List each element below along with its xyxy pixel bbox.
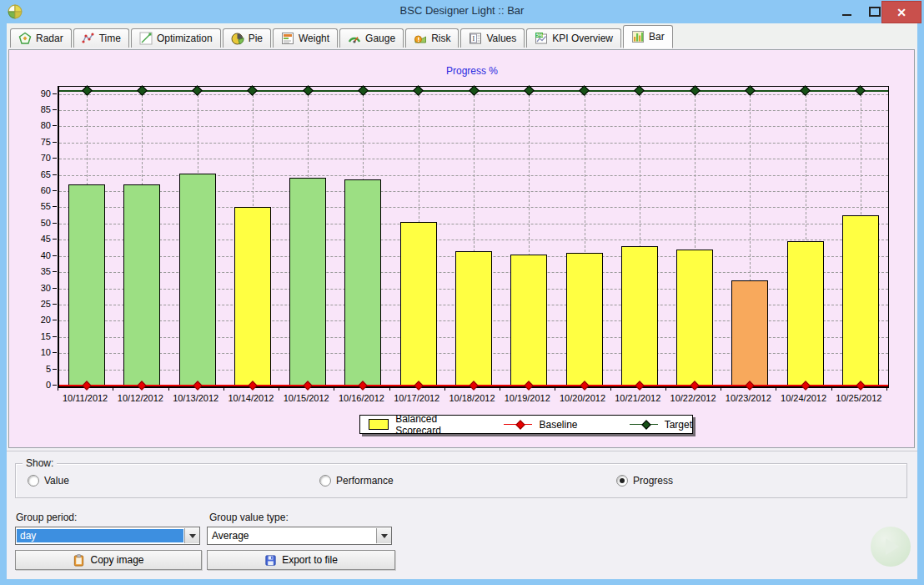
bar-10/11/2012 xyxy=(68,184,105,386)
chevron-down-icon xyxy=(189,534,196,538)
button-label: Copy image xyxy=(90,554,143,566)
legend-marker-baseline xyxy=(504,424,532,425)
copy-image-button[interactable]: Copy image xyxy=(15,550,202,570)
time-chart-icon xyxy=(82,32,95,45)
group-period-value: day xyxy=(17,529,183,542)
values-icon: I xyxy=(469,32,482,45)
risk-icon xyxy=(414,32,427,45)
bar-10/18/2012 xyxy=(455,251,492,386)
save-floppy-icon xyxy=(264,554,277,567)
show-group-label: Show: xyxy=(23,457,57,469)
pie-chart-icon xyxy=(231,32,244,45)
bar-10/13/2012 xyxy=(179,174,216,386)
radio-label: Performance xyxy=(336,475,394,487)
x-axis-label: 10/22/2012 xyxy=(665,393,721,403)
tab-kpi-overview[interactable]: 5% KPI Overview xyxy=(526,28,621,48)
legend-swatch-balanced-scorecard xyxy=(369,419,389,430)
maximize-icon xyxy=(869,7,881,17)
x-axis-label: 10/21/2012 xyxy=(610,393,665,403)
radio-circle-icon xyxy=(616,475,628,487)
chart-options-panel: Show: Value Performance Progress Group p… xyxy=(7,451,917,579)
chevron-down-icon xyxy=(381,534,388,538)
bar-chart-panel: Progress % 05101520253035404550556065707… xyxy=(8,49,915,448)
bar-10/15/2012 xyxy=(289,178,326,386)
dropdown-button[interactable] xyxy=(184,528,199,543)
radio-label: Progress xyxy=(633,475,673,487)
bar-10/16/2012 xyxy=(344,179,381,386)
x-axis-label: 10/15/2012 xyxy=(279,393,334,403)
legend-label: Target xyxy=(665,419,692,431)
x-axis-label: 10/13/2012 xyxy=(168,393,223,403)
group-value-type-dropdown[interactable]: Average xyxy=(207,527,392,545)
radio-progress[interactable]: Progress xyxy=(616,475,673,487)
radio-value[interactable]: Value xyxy=(28,475,69,487)
tab-label: KPI Overview xyxy=(552,33,613,44)
x-axis-label: 10/20/2012 xyxy=(555,393,610,403)
play-overlay-icon xyxy=(871,527,911,567)
tab-gauge[interactable]: Gauge xyxy=(339,28,404,48)
tab-radar[interactable]: Radar xyxy=(10,28,72,48)
group-value-type-value: Average xyxy=(208,529,375,542)
x-axis-label: 10/17/2012 xyxy=(389,393,444,403)
x-axis-label: 10/19/2012 xyxy=(500,393,555,403)
app-window: BSC Designer Light :: Bar ✕ Radar Time O… xyxy=(0,0,924,585)
tab-optimization[interactable]: Optimization xyxy=(131,28,221,48)
bar-10/12/2012 xyxy=(123,184,160,386)
svg-text:I: I xyxy=(473,35,475,43)
x-axis-label: 10/12/2012 xyxy=(113,393,168,403)
tab-values[interactable]: I Values xyxy=(460,28,525,48)
bar-10/14/2012 xyxy=(234,207,271,386)
minimize-button[interactable] xyxy=(832,0,861,23)
x-axis-label: 10/24/2012 xyxy=(776,393,831,403)
x-axis-label: 10/11/2012 xyxy=(58,393,113,403)
button-label: Export to file xyxy=(282,554,338,566)
bar-10/24/2012 xyxy=(787,241,824,386)
bar-10/25/2012 xyxy=(842,215,879,386)
radio-label: Value xyxy=(44,475,69,487)
optimization-icon xyxy=(139,32,153,45)
x-axis-label: 10/23/2012 xyxy=(721,393,776,403)
radio-circle-icon xyxy=(28,475,39,487)
window-title: BSC Designer Light :: Bar xyxy=(0,4,924,17)
svg-text:5%: 5% xyxy=(536,33,543,38)
tab-bar[interactable]: Bar xyxy=(623,25,673,48)
bar-10/23/2012 xyxy=(731,280,768,386)
export-to-file-button[interactable]: Export to file xyxy=(207,550,395,570)
tab-label: Values xyxy=(486,33,516,44)
radio-circle-icon xyxy=(319,475,331,487)
show-groupbox: Show: Value Performance Progress xyxy=(15,463,907,498)
legend-marker-target xyxy=(630,424,658,425)
x-axis-label: 10/18/2012 xyxy=(444,393,500,403)
title-bar: BSC Designer Light :: Bar ✕ xyxy=(0,0,924,23)
close-button[interactable]: ✕ xyxy=(881,1,921,23)
radar-icon xyxy=(18,32,32,45)
tab-label: Weight xyxy=(299,33,329,44)
tab-pie[interactable]: Pie xyxy=(223,28,271,48)
plot-area xyxy=(58,86,889,388)
clipboard-icon xyxy=(73,554,85,567)
kpi-overview-icon: 5% xyxy=(535,32,548,45)
x-axis-label: 10/16/2012 xyxy=(334,393,389,403)
group-period-dropdown[interactable]: day xyxy=(15,527,200,545)
tab-label: Radar xyxy=(36,33,63,44)
bar-10/21/2012 xyxy=(621,246,658,386)
bar-10/17/2012 xyxy=(400,222,437,386)
tab-label: Bar xyxy=(649,31,665,43)
gauge-icon xyxy=(348,32,361,45)
tab-label: Gauge xyxy=(365,33,395,44)
tab-label: Pie xyxy=(249,33,263,44)
dropdown-button[interactable] xyxy=(376,528,391,543)
chart-legend: Balanced Scorecard Baseline Target xyxy=(359,415,693,434)
group-period-label: Group period: xyxy=(16,512,77,523)
tab-time[interactable]: Time xyxy=(73,28,129,48)
tab-content: Progress % 05101520253035404550556065707… xyxy=(7,48,917,578)
bar-10/19/2012 xyxy=(510,255,547,386)
close-icon: ✕ xyxy=(896,7,906,18)
weight-icon xyxy=(281,32,294,45)
chart-title: Progress % xyxy=(58,65,886,77)
tab-bar: Radar Time Optimization Pie Weight Gauge xyxy=(7,23,917,48)
radio-performance[interactable]: Performance xyxy=(319,475,394,487)
tab-weight[interactable]: Weight xyxy=(273,28,338,48)
tab-risk[interactable]: Risk xyxy=(405,28,459,48)
minimize-icon xyxy=(842,14,851,16)
